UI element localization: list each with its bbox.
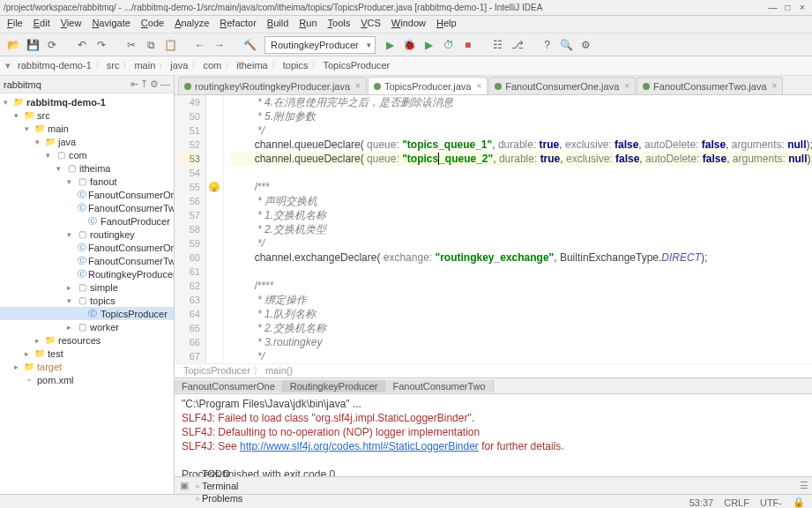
menu-build[interactable]: Build xyxy=(262,16,294,33)
editor-tab-fanoutconsumertwo-java[interactable]: FanoutConsumerTwo.java× xyxy=(637,77,783,94)
copy-icon[interactable]: ⧉ xyxy=(143,37,159,53)
caret-icon[interactable]: ▸ xyxy=(35,336,44,345)
tree-item-itheima[interactable]: ▾▢itheima xyxy=(0,161,174,175)
editor-tab-fanoutconsumerone-java[interactable]: FanoutConsumerOne.java× xyxy=(488,77,636,94)
tree-item-pom.xml[interactable]: ▫pom.xml xyxy=(0,373,174,386)
restore-icon[interactable]: ▣ xyxy=(180,480,189,491)
menu-navigate[interactable]: Navigate xyxy=(86,16,135,33)
run-tab-fanoutconsumerone[interactable]: FanoutConsumerOne xyxy=(175,380,283,392)
paste-icon[interactable]: 📋 xyxy=(162,37,178,53)
tree-item-fanoutconsumertwo[interactable]: ⒸFanoutConsumerTwo xyxy=(0,201,174,214)
caret-icon[interactable]: ▾ xyxy=(46,151,55,160)
undo-icon[interactable]: ↶ xyxy=(74,37,90,53)
settings-icon[interactable]: ⚙ xyxy=(578,37,594,53)
tree-item-src[interactable]: ▾📁src xyxy=(0,108,174,122)
back-icon[interactable]: ← xyxy=(192,37,208,53)
caret-icon[interactable]: ▾ xyxy=(14,111,23,120)
redo-icon[interactable]: ↷ xyxy=(93,37,109,53)
caret-icon[interactable]: ▾ xyxy=(67,230,76,239)
intention-bulb-icon[interactable]: 💡 xyxy=(209,182,220,192)
code-editor[interactable]: * 4.在消息使用完毕之后，是否删除该消息 * 5.附加参数 */ channe… xyxy=(224,95,812,363)
breadcrumb-topicsproducer[interactable]: TopicsProducer xyxy=(321,60,391,71)
open-icon[interactable]: 📂 xyxy=(5,37,21,53)
project-tree[interactable]: ▾📁rabbitmq-demo-1▾📁src▾📁main▾📁java▾▢com▾… xyxy=(0,93,174,494)
cut-icon[interactable]: ✂ xyxy=(123,37,139,53)
tree-item-com[interactable]: ▾▢com xyxy=(0,148,174,161)
breadcrumb-com[interactable]: com xyxy=(201,60,223,71)
tree-item-fanoutconsumerone[interactable]: ⒸFanoutConsumerOne xyxy=(0,241,174,254)
collapse-icon[interactable]: ⇤ xyxy=(130,78,138,90)
profile-icon[interactable]: ⏱ xyxy=(441,37,457,53)
maximize-icon[interactable]: □ xyxy=(781,3,793,12)
tree-item-main[interactable]: ▾📁main xyxy=(0,122,174,135)
close-icon[interactable]: × xyxy=(796,3,808,12)
tree-item-fanoutconsumertwo[interactable]: ⒸFanoutConsumerTwo xyxy=(0,254,174,267)
breadcrumb-src[interactable]: src xyxy=(105,60,122,71)
tree-item-target[interactable]: ▸📁target xyxy=(0,360,174,373)
close-tab-icon[interactable]: × xyxy=(624,81,629,91)
breadcrumb-main[interactable]: main xyxy=(132,60,157,71)
caret-icon[interactable]: ▾ xyxy=(35,138,44,146)
build-icon[interactable]: 🔨 xyxy=(242,37,257,53)
stop-icon[interactable]: ■ xyxy=(460,37,476,53)
caret-icon[interactable]: ▾ xyxy=(4,98,12,107)
editor-tab-routingkeyproducer-java[interactable]: routingkey\RoutingkeyProducer.java× xyxy=(178,77,367,94)
debug-icon[interactable]: 🐞 xyxy=(402,37,418,53)
caret-icon[interactable]: ▸ xyxy=(67,283,76,292)
hide-icon[interactable]: — xyxy=(160,78,170,90)
run-tab-fanoutconsumertwo[interactable]: FanoutConsumerTwo xyxy=(385,380,493,392)
breadcrumb-topics[interactable]: topics xyxy=(281,60,310,71)
tree-item-topics[interactable]: ▾▢topics xyxy=(0,294,174,307)
menu-refactor[interactable]: Refactor xyxy=(214,16,262,33)
scroll-icon[interactable]: ⤒ xyxy=(140,78,148,90)
structure-icon[interactable]: ☷ xyxy=(490,37,506,53)
caret-icon[interactable]: ▾ xyxy=(56,164,65,173)
caret-icon[interactable]: ▸ xyxy=(67,323,76,332)
vcs-icon[interactable]: ⎇ xyxy=(510,37,525,53)
tree-item-fanout[interactable]: ▾▢fanout xyxy=(0,175,174,188)
toolwin-todo[interactable]: ▫TODO xyxy=(190,467,248,480)
lock-icon[interactable]: 🔒 xyxy=(793,497,805,508)
search-icon[interactable]: 🔍 xyxy=(559,37,575,53)
save-icon[interactable]: 💾 xyxy=(25,37,41,53)
menu-vcs[interactable]: VCS xyxy=(355,16,386,33)
toolwin-terminal[interactable]: ▫Terminal xyxy=(190,480,248,492)
menu-help[interactable]: Help xyxy=(431,16,462,33)
caret-icon[interactable]: ▸ xyxy=(14,362,23,371)
menu-analyze[interactable]: Analyze xyxy=(169,16,214,33)
close-tab-icon[interactable]: × xyxy=(772,81,778,91)
editor-tab-topicsproducer-java[interactable]: TopicsProducer.java× xyxy=(368,77,488,94)
minimize-icon[interactable]: — xyxy=(766,3,778,12)
forward-icon[interactable]: → xyxy=(212,37,227,53)
close-tab-icon[interactable]: × xyxy=(476,81,481,91)
caret-icon[interactable]: ▾ xyxy=(67,296,76,305)
tree-item-fanoutconsumerone[interactable]: ⒸFanoutConsumerOne xyxy=(0,188,174,201)
breadcrumb-rabbitmq-demo-1[interactable]: rabbitmq-demo-1 xyxy=(16,60,93,71)
menu-window[interactable]: Window xyxy=(386,16,431,33)
caret-icon[interactable]: ▾ xyxy=(25,124,34,133)
run-tab-routingkeyproducer[interactable]: RoutingkeyProducer xyxy=(283,380,386,392)
event-log-icon[interactable]: ☰ xyxy=(800,480,808,491)
menu-file[interactable]: File xyxy=(2,16,28,33)
tree-item-fanoutproducer[interactable]: ⒸFanoutProducer xyxy=(0,214,174,228)
tree-item-simple[interactable]: ▸▢simple xyxy=(0,280,174,294)
menu-code[interactable]: Code xyxy=(136,16,169,33)
gear-icon[interactable]: ⚙ xyxy=(150,78,159,90)
refresh-icon[interactable]: ⟳ xyxy=(44,37,60,53)
menu-view[interactable]: View xyxy=(56,16,87,33)
menu-edit[interactable]: Edit xyxy=(28,16,56,33)
console-link[interactable]: http://www.slf4j.org/codes.html#StaticLo… xyxy=(240,440,479,452)
close-tab-icon[interactable]: × xyxy=(355,81,361,91)
tree-item-test[interactable]: ▸📁test xyxy=(0,347,174,360)
editor-body[interactable]: 49505152535455565758596061626364656667 💡… xyxy=(175,95,812,363)
breadcrumb-java[interactable]: java xyxy=(168,60,190,71)
coverage-icon[interactable]: ▶ xyxy=(421,37,437,53)
menu-run[interactable]: Run xyxy=(294,16,322,33)
run-console[interactable]: "C:\Program Files\Java\jdk\bin\java" ...… xyxy=(175,393,812,476)
menu-tools[interactable]: Tools xyxy=(323,16,356,33)
tree-item-resources[interactable]: ▸📁resources xyxy=(0,333,174,347)
toolwin-problems[interactable]: ▫Problems xyxy=(190,492,248,504)
breadcrumb-itheima[interactable]: itheima xyxy=(235,60,269,71)
help-icon[interactable]: ? xyxy=(540,37,555,53)
caret-icon[interactable]: ▾ xyxy=(67,177,76,186)
